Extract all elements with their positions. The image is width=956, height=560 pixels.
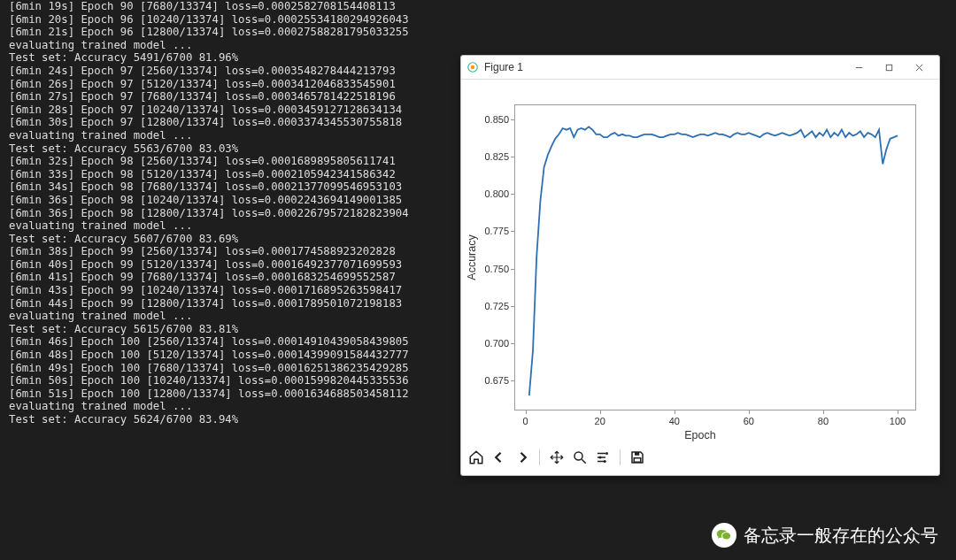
forward-icon[interactable] — [514, 449, 530, 465]
svg-line-7 — [582, 459, 586, 464]
svg-point-13 — [722, 533, 730, 540]
terminal-line: [6min 30s] Epoch 97 [12800/13374] loss=0… — [9, 116, 487, 129]
y-axis-label: Accuracy — [466, 234, 478, 280]
terminal-line: [6min 21s] Epoch 96 [12800/13374] loss=0… — [9, 26, 487, 39]
terminal-line: [6min 26s] Epoch 97 [5120/13374] loss=0.… — [9, 78, 487, 91]
svg-point-9 — [599, 456, 602, 459]
terminal-line: [6min 24s] Epoch 97 [2560/13374] loss=0.… — [9, 65, 487, 78]
terminal-line: [6min 48s] Epoch 100 [5120/13374] loss=0… — [9, 349, 487, 362]
terminal-line: evaluating trained model ... — [9, 310, 487, 323]
close-button[interactable] — [904, 56, 934, 79]
svg-point-6 — [574, 452, 582, 460]
x-axis-label: Epoch — [684, 429, 715, 441]
home-icon[interactable] — [468, 449, 484, 465]
pan-icon[interactable] — [549, 449, 565, 465]
terminal-line: [6min 51s] Epoch 100 [12800/13374] loss=… — [9, 387, 487, 401]
svg-point-1 — [471, 65, 474, 69]
svg-rect-12 — [635, 452, 639, 456]
save-icon[interactable] — [629, 449, 645, 465]
watermark-text: 备忘录一般存在的公众号 — [744, 524, 938, 548]
terminal-line: evaluating trained model ... — [9, 39, 487, 52]
svg-rect-11 — [634, 458, 641, 463]
terminal-line: [6min 40s] Epoch 99 [5120/13374] loss=0.… — [9, 258, 487, 272]
terminal-line: [6min 33s] Epoch 98 [5120/13374] loss=0.… — [9, 168, 487, 181]
terminal-line: evaluating trained model ... — [9, 219, 487, 233]
figure-title: Figure 1 — [484, 61, 844, 73]
wechat-icon — [712, 523, 736, 548]
plot-toolbar — [468, 445, 645, 470]
terminal-line: evaluating trained model ... — [9, 400, 487, 413]
terminal-line: [6min 27s] Epoch 97 [7680/13374] loss=0.… — [9, 90, 487, 104]
terminal-line: [6min 19s] Epoch 90 [7680/13374] loss=0.… — [9, 0, 487, 13]
watermark: 备忘录一般存在的公众号 — [712, 523, 938, 548]
svg-point-10 — [604, 460, 606, 463]
terminal-line: [6min 41s] Epoch 99 [7680/13374] loss=0.… — [9, 271, 487, 284]
terminal-line: [6min 43s] Epoch 99 [10240/13374] loss=0… — [9, 284, 487, 297]
svg-rect-3 — [886, 65, 891, 70]
terminal-line: Test set: Accuracy 5624/6700 83.94% — [9, 413, 487, 426]
configure-icon[interactable] — [595, 449, 611, 465]
figure-window: Figure 1 0.6750.7000.7250.7500.7750.8000… — [460, 55, 940, 476]
line-chart-svg — [514, 104, 916, 410]
terminal-line: Test set: Accuracy 5607/6700 83.69% — [9, 233, 487, 246]
terminal-line: [6min 46s] Epoch 100 [2560/13374] loss=0… — [9, 335, 487, 349]
terminal-line: [6min 28s] Epoch 97 [10240/13374] loss=0… — [9, 104, 487, 117]
terminal-output: [6min 19s] Epoch 90 [7680/13374] loss=0.… — [0, 0, 496, 560]
figure-titlebar[interactable]: Figure 1 — [461, 56, 939, 80]
terminal-line: Test set: Accuracy 5615/6700 83.81% — [9, 323, 487, 336]
terminal-line: [6min 32s] Epoch 98 [2560/13374] loss=0.… — [9, 155, 487, 168]
terminal-line: [6min 49s] Epoch 100 [7680/13374] loss=0… — [9, 362, 487, 375]
terminal-line: [6min 44s] Epoch 99 [12800/13374] loss=0… — [9, 297, 487, 311]
plot-area: 0.6750.7000.7250.7500.7750.8000.8250.850… — [514, 104, 916, 410]
minimize-button[interactable] — [844, 56, 874, 79]
terminal-line: [6min 20s] Epoch 96 [10240/13374] loss=0… — [9, 13, 487, 27]
matplotlib-icon — [466, 61, 479, 73]
terminal-line: Test set: Accuracy 5491/6700 81.96% — [9, 51, 487, 65]
maximize-button[interactable] — [874, 56, 904, 79]
zoom-icon[interactable] — [572, 449, 588, 465]
svg-point-8 — [605, 452, 608, 455]
terminal-line: [6min 36s] Epoch 98 [12800/13374] loss=0… — [9, 207, 487, 220]
terminal-line: evaluating trained model ... — [9, 129, 487, 142]
back-icon[interactable] — [491, 449, 507, 465]
terminal-line: [6min 36s] Epoch 98 [10240/13374] loss=0… — [9, 194, 487, 207]
terminal-line: [6min 34s] Epoch 98 [7680/13374] loss=0.… — [9, 180, 487, 194]
terminal-line: [6min 50s] Epoch 100 [10240/13374] loss=… — [9, 374, 487, 387]
terminal-line: [6min 38s] Epoch 99 [2560/13374] loss=0.… — [9, 245, 487, 258]
terminal-line: Test set: Accuracy 5563/6700 83.03% — [9, 142, 487, 156]
